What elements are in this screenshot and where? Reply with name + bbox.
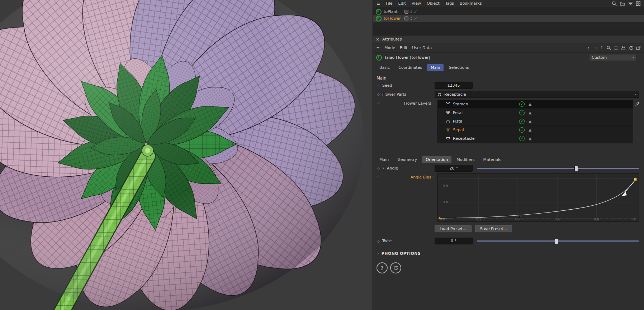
menu-item-tags[interactable]: Tags xyxy=(445,1,454,6)
hamburger-icon[interactable]: ≡ xyxy=(376,46,380,51)
keyframe-diamond-icon[interactable]: ◇ xyxy=(377,173,382,178)
parent-up-icon[interactable]: ↑ xyxy=(600,46,603,50)
curve-end-point[interactable] xyxy=(634,178,636,181)
object-name[interactable]: toPlant xyxy=(384,9,402,14)
reset-icon[interactable] xyxy=(390,262,401,273)
keyframe-diamond-icon[interactable]: ◇ xyxy=(377,100,382,105)
layer-name[interactable]: Receptacle xyxy=(453,136,519,141)
tab-modifiers[interactable]: Modifiers xyxy=(453,156,478,163)
flower-layers-list: Stamen ✓ ▲ Petal ✓ ▲ Pistil ✓ ▲ xyxy=(437,100,633,143)
menu-item-edit[interactable]: Edit xyxy=(400,46,407,50)
tab-main[interactable]: Main xyxy=(376,156,392,163)
tab-coordinates[interactable]: Coordinates xyxy=(395,64,426,71)
angle-slider-handle[interactable] xyxy=(574,166,578,171)
flower-layers-label: Flower Layers xyxy=(404,101,431,106)
twist-slider[interactable] xyxy=(477,238,639,244)
expand-arrow-icon[interactable]: › xyxy=(433,175,435,180)
tangent-handle[interactable] xyxy=(622,192,627,196)
layer-name[interactable]: Petal xyxy=(453,110,519,115)
plant-object-icon xyxy=(376,9,382,15)
visibility-dots-icon[interactable] xyxy=(411,10,412,13)
layer-enabled-icon[interactable]: ✓ xyxy=(519,136,525,141)
layer-row-stamen[interactable]: Stamen ✓ ▲ xyxy=(438,100,633,109)
flower-parts-dropdown[interactable]: Receptacle ▾ xyxy=(435,91,639,98)
keyframe-diamond-icon[interactable]: ◇ xyxy=(377,92,382,96)
save-preset-button[interactable]: Save Preset... xyxy=(475,225,512,233)
seed-input[interactable]: 12345 xyxy=(435,82,473,89)
menu-item-mode[interactable]: Mode xyxy=(384,46,395,50)
search-icon[interactable] xyxy=(606,46,611,50)
layer-enabled-icon[interactable]: ✓ xyxy=(519,110,525,115)
chevron-down-icon[interactable]: ∨ xyxy=(382,167,387,170)
menu-item-object[interactable]: Object xyxy=(427,1,440,6)
layer-chip-icon[interactable] xyxy=(404,10,408,14)
help-icon[interactable]: ? xyxy=(377,262,388,273)
angle-input[interactable]: 20 ° xyxy=(435,165,473,172)
search-icon[interactable] xyxy=(612,1,617,6)
keyframe-diamond-icon[interactable]: ◇ xyxy=(377,239,382,243)
petal-icon xyxy=(446,110,450,115)
flower-layers-row: ◇ Flower Layers › Stamen ✓ ▲ Petal xyxy=(373,100,644,143)
tab-selections[interactable]: Selections xyxy=(445,64,472,71)
layer-enabled-icon[interactable]: ✓ xyxy=(519,101,525,107)
expand-arrow-icon[interactable]: › xyxy=(433,101,435,106)
close-icon[interactable]: × xyxy=(376,37,379,42)
object-name[interactable]: toFlower xyxy=(384,16,402,21)
history-back-icon[interactable]: ← xyxy=(588,46,591,50)
layer-row-receptacle[interactable]: Receptacle ✓ ▲ xyxy=(438,134,633,143)
menu-item-file[interactable]: File xyxy=(386,1,392,6)
object-row-toflower[interactable]: toFlower ✓ xyxy=(373,15,644,22)
tab-materials[interactable]: Materials xyxy=(479,156,505,163)
edit-pencil-icon[interactable] xyxy=(635,101,640,106)
layout-grid-icon[interactable] xyxy=(636,1,640,6)
phong-options-group[interactable]: › PHONG OPTIONS xyxy=(373,246,644,256)
tab-basic[interactable]: Basic xyxy=(376,64,393,71)
load-preset-button[interactable]: Load Preset... xyxy=(435,225,472,233)
filter-icon[interactable] xyxy=(614,46,618,50)
layer-name[interactable]: Sepal xyxy=(453,128,519,132)
menu-item-user-data[interactable]: User Data xyxy=(412,46,432,50)
flower-object-icon xyxy=(376,16,382,22)
tab-geometry[interactable]: Geometry xyxy=(394,156,421,163)
twist-input[interactable]: 0 ° xyxy=(435,238,473,244)
enabled-check-icon[interactable]: ✓ xyxy=(414,10,417,14)
3d-viewport[interactable] xyxy=(0,0,373,310)
layer-name[interactable]: Stamen xyxy=(453,102,519,106)
preset-dropdown[interactable]: Custom ▾ xyxy=(589,54,636,61)
layer-warning-icon[interactable]: ▲ xyxy=(529,110,531,115)
angle-slider[interactable] xyxy=(477,166,639,171)
hamburger-icon[interactable]: ≡ xyxy=(377,1,380,6)
angle-bias-curve-editor[interactable]: 0.8 0.4 0.0 0.2 0.4 0.6 0.8 1.0 xyxy=(437,173,639,222)
history-forward-icon[interactable]: → xyxy=(594,46,597,50)
layer-warning-icon[interactable]: ▲ xyxy=(529,119,531,124)
filter-icon[interactable] xyxy=(628,1,633,5)
keyframe-diamond-icon[interactable]: ◇ xyxy=(377,84,382,87)
curve-start-point[interactable] xyxy=(439,217,441,219)
new-window-icon[interactable] xyxy=(636,46,641,50)
visibility-dots-icon[interactable] xyxy=(411,17,412,20)
layer-row-sepal[interactable]: Sepal ✓ ▲ xyxy=(438,126,633,134)
enabled-check-icon[interactable]: ✓ xyxy=(414,16,417,21)
bias-spline-chart[interactable]: 0.8 0.4 0.0 0.2 0.4 0.6 0.8 1.0 xyxy=(438,174,639,221)
refresh-icon[interactable] xyxy=(629,46,633,50)
layer-warning-icon[interactable]: ▲ xyxy=(529,136,531,141)
layer-warning-icon[interactable]: ▲ xyxy=(529,102,531,106)
keyframe-diamond-icon[interactable]: ◇ xyxy=(377,167,382,170)
menu-item-bookmarks[interactable]: Bookmarks xyxy=(460,1,482,6)
lock-icon[interactable] xyxy=(621,46,626,50)
layer-enabled-icon[interactable]: ✓ xyxy=(519,119,525,124)
menu-item-view[interactable]: View xyxy=(412,1,421,6)
object-row-toplant[interactable]: toPlant ✓ xyxy=(373,8,644,15)
layer-row-pistil[interactable]: Pistil ✓ ▲ xyxy=(438,117,633,126)
layer-chip-icon[interactable] xyxy=(404,16,408,20)
twist-slider-handle[interactable] xyxy=(555,239,558,244)
layer-name[interactable]: Pistil xyxy=(453,119,519,124)
tab-orientation[interactable]: Orientation xyxy=(422,156,451,163)
bias-curve[interactable] xyxy=(439,180,635,218)
menu-item-edit[interactable]: Edit xyxy=(398,1,406,6)
folder-icon[interactable] xyxy=(620,1,625,6)
layer-warning-icon[interactable]: ▲ xyxy=(529,128,531,132)
layer-enabled-icon[interactable]: ✓ xyxy=(519,127,525,133)
tab-main[interactable]: Main xyxy=(427,64,444,71)
layer-row-petal[interactable]: Petal ✓ ▲ xyxy=(438,109,633,117)
